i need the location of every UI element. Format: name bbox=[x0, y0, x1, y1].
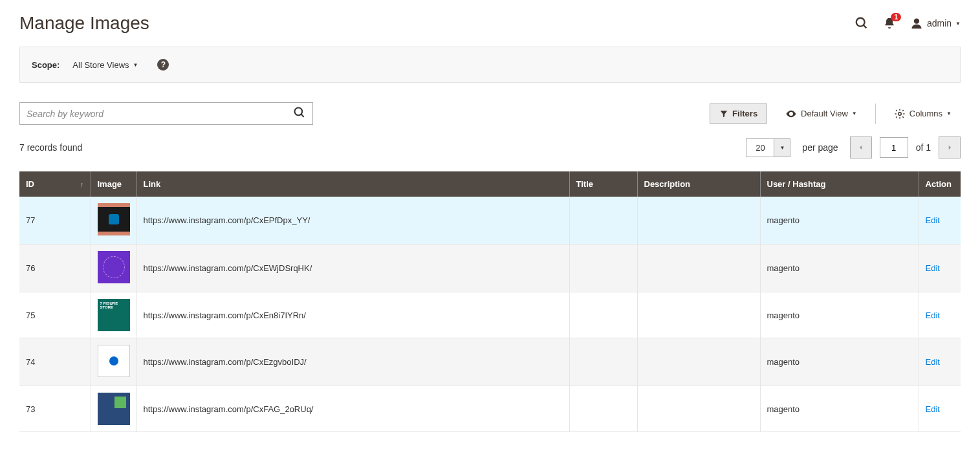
svg-point-2 bbox=[914, 19, 919, 24]
col-header-title[interactable]: Title bbox=[569, 171, 637, 197]
cell-description bbox=[637, 386, 760, 432]
gear-icon bbox=[894, 108, 906, 120]
divider bbox=[875, 104, 876, 124]
table-row[interactable]: 75 7 FIGURE STORE https://www.instagram.… bbox=[19, 292, 961, 338]
cell-user: magento bbox=[760, 197, 919, 245]
toolbar-buttons: Filters Default View ▼ Columns ▼ bbox=[710, 104, 961, 124]
edit-link[interactable]: Edit bbox=[926, 311, 940, 320]
col-header-user-hashtag[interactable]: User / Hashtag bbox=[760, 171, 919, 197]
cell-description bbox=[637, 245, 760, 292]
cell-link: https://www.instagram.com/p/CxFAG_2oRUq/ bbox=[136, 386, 569, 432]
default-view-button[interactable]: Default View ▼ bbox=[776, 104, 866, 124]
scope-value: All Store Views bbox=[72, 60, 129, 70]
cell-title bbox=[569, 292, 637, 338]
cell-link: https://www.instagram.com/p/CxEPfDpx_YY/ bbox=[136, 197, 569, 245]
cell-title bbox=[569, 386, 637, 432]
search-input[interactable] bbox=[27, 109, 293, 119]
col-header-description[interactable]: Description bbox=[637, 171, 760, 197]
header-actions: 1 admin ▼ bbox=[855, 16, 961, 30]
page-input[interactable] bbox=[880, 137, 908, 158]
cell-id: 73 bbox=[19, 386, 91, 432]
per-page-label: per page bbox=[802, 142, 838, 153]
help-icon[interactable]: ? bbox=[157, 59, 169, 71]
page-title: Manage Images bbox=[19, 13, 149, 34]
col-header-action[interactable]: Action bbox=[919, 171, 961, 197]
cell-description bbox=[637, 292, 760, 338]
cell-link: https://www.instagram.com/p/CxEzgvboIDJ/ bbox=[136, 338, 569, 386]
filters-label: Filters bbox=[732, 109, 757, 118]
default-view-label: Default View bbox=[801, 109, 848, 118]
cell-action: Edit bbox=[919, 338, 961, 386]
pager-nav: of 1 bbox=[850, 136, 961, 158]
cell-link: https://www.instagram.com/p/CxEn8i7IYRn/ bbox=[136, 292, 569, 338]
svg-point-3 bbox=[295, 108, 303, 116]
cell-id: 77 bbox=[19, 197, 91, 245]
scope-bar: Scope: All Store Views ▼ ? bbox=[19, 47, 961, 83]
search-icon[interactable] bbox=[855, 16, 869, 30]
chevron-down-icon: ▼ bbox=[852, 111, 857, 116]
pager-area: 20 ▼ per page of 1 bbox=[746, 136, 961, 158]
cell-action: Edit bbox=[919, 386, 961, 432]
edit-link[interactable]: Edit bbox=[926, 404, 940, 414]
cell-action: Edit bbox=[919, 292, 961, 338]
edit-link[interactable]: Edit bbox=[926, 215, 940, 225]
chevron-down-icon: ▼ bbox=[946, 111, 952, 116]
thumbnail-icon bbox=[98, 345, 130, 377]
page-header: Manage Images 1 admin ▼ bbox=[19, 0, 961, 47]
thumbnail-icon bbox=[98, 251, 130, 283]
notifications-icon[interactable]: 1 bbox=[883, 17, 896, 30]
search-icon[interactable] bbox=[293, 106, 306, 121]
prev-page-button[interactable] bbox=[850, 136, 872, 158]
chevron-left-icon bbox=[858, 144, 864, 151]
chevron-down-icon: ▼ bbox=[779, 145, 785, 151]
chevron-down-icon: ▼ bbox=[955, 21, 961, 27]
toolbar-row: Filters Default View ▼ Columns ▼ bbox=[19, 102, 961, 125]
cell-action: Edit bbox=[919, 197, 961, 245]
images-table: ID↑ Image Link Title Description User / … bbox=[19, 171, 961, 432]
of-label: of 1 bbox=[916, 142, 931, 153]
search-box bbox=[19, 102, 313, 125]
table-row[interactable]: 77 https://www.instagram.com/p/CxEPfDpx_… bbox=[19, 197, 961, 245]
per-page-dropdown[interactable]: ▼ bbox=[774, 138, 790, 157]
chevron-down-icon: ▼ bbox=[133, 62, 138, 68]
svg-point-5 bbox=[898, 112, 902, 115]
next-page-button[interactable] bbox=[939, 136, 961, 158]
funnel-icon bbox=[719, 109, 728, 118]
cell-user: magento bbox=[760, 386, 919, 432]
user-menu[interactable]: admin ▼ bbox=[910, 17, 961, 30]
scope-selector[interactable]: All Store Views ▼ bbox=[72, 60, 138, 70]
col-header-link[interactable]: Link bbox=[136, 171, 569, 197]
columns-button[interactable]: Columns ▼ bbox=[885, 104, 961, 124]
thumbnail-icon bbox=[98, 393, 130, 425]
chevron-right-icon bbox=[946, 144, 953, 151]
cell-image bbox=[91, 245, 136, 292]
cell-user: magento bbox=[760, 338, 919, 386]
svg-line-4 bbox=[301, 115, 304, 117]
cell-action: Edit bbox=[919, 245, 961, 292]
table-header-row: ID↑ Image Link Title Description User / … bbox=[19, 171, 961, 197]
col-header-image[interactable]: Image bbox=[91, 171, 136, 197]
thumbnail-icon: 7 FIGURE STORE bbox=[98, 299, 130, 331]
svg-point-0 bbox=[856, 18, 865, 27]
cell-description bbox=[637, 197, 760, 245]
thumbnail-icon bbox=[98, 203, 130, 235]
svg-line-1 bbox=[864, 25, 867, 28]
cell-image bbox=[91, 386, 136, 432]
table-row[interactable]: 73 https://www.instagram.com/p/CxFAG_2oR… bbox=[19, 386, 961, 432]
cell-description bbox=[637, 338, 760, 386]
edit-link[interactable]: Edit bbox=[926, 357, 940, 367]
cell-id: 74 bbox=[19, 338, 91, 386]
col-header-id[interactable]: ID↑ bbox=[19, 171, 91, 197]
records-found: 7 records found bbox=[19, 142, 82, 153]
cell-title bbox=[569, 338, 637, 386]
scope-label: Scope: bbox=[32, 60, 60, 70]
table-row[interactable]: 76 https://www.instagram.com/p/CxEWjDSrq… bbox=[19, 245, 961, 292]
cell-title bbox=[569, 197, 637, 245]
edit-link[interactable]: Edit bbox=[926, 263, 940, 273]
per-page-value: 20 bbox=[746, 138, 774, 157]
cell-user: magento bbox=[760, 292, 919, 338]
cell-image bbox=[91, 338, 136, 386]
cell-user: magento bbox=[760, 245, 919, 292]
table-row[interactable]: 74 https://www.instagram.com/p/CxEzgvboI… bbox=[19, 338, 961, 386]
filters-button[interactable]: Filters bbox=[710, 104, 767, 124]
